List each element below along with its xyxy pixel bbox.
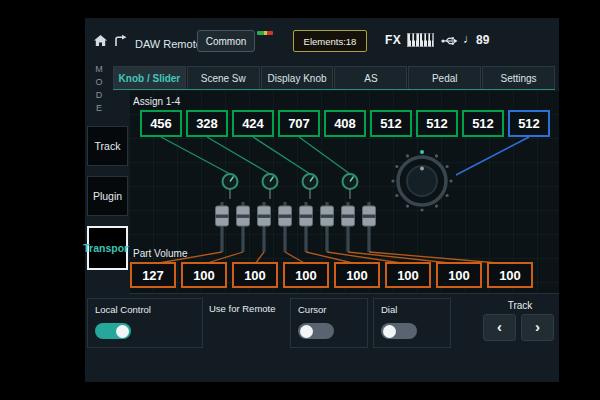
assign-value-box[interactable]: 424 xyxy=(232,110,274,137)
tab-scene-sw[interactable]: Scene Sw xyxy=(187,66,260,89)
toggle-knob xyxy=(116,325,129,338)
part-volume-box[interactable]: 100 xyxy=(436,262,482,288)
part-volume-box[interactable]: 100 xyxy=(385,262,431,288)
usb-icon xyxy=(441,35,458,47)
tempo-value: 89 xyxy=(476,33,489,47)
part-volume-box[interactable]: 100 xyxy=(487,262,533,288)
assign-value-box[interactable]: 512 xyxy=(370,110,412,137)
keyboard-icon xyxy=(407,33,434,47)
track-nav: ‹ › xyxy=(483,314,554,341)
track-nav-label: Track xyxy=(489,300,551,311)
elements-badge[interactable]: Elements:18 xyxy=(293,30,367,52)
dial-toggle[interactable] xyxy=(381,323,417,339)
assign-value-box[interactable]: 328 xyxy=(186,110,228,137)
assign-section-label: Assign 1-4 xyxy=(133,96,180,107)
tab-bar: Knob / Slider Scene Sw Display Knob AS P… xyxy=(113,66,555,90)
tab-display-knob[interactable]: Display Knob xyxy=(261,66,334,89)
cursor-label: Cursor xyxy=(298,304,360,315)
assign-value-box[interactable]: 512 xyxy=(416,110,458,137)
track-next-button[interactable]: › xyxy=(521,314,554,341)
tab-settings[interactable]: Settings xyxy=(482,66,555,89)
tab-knob-slider[interactable]: Knob / Slider xyxy=(113,66,186,89)
part-volume-row: 127 100 100 100 100 100 100 100 xyxy=(130,262,533,288)
assign-value-box[interactable]: 707 xyxy=(278,110,320,137)
mode-label: MODE xyxy=(94,64,104,116)
part-volume-label: Part Volume xyxy=(133,248,187,259)
home-icon[interactable] xyxy=(93,34,108,47)
toggle-knob xyxy=(300,325,313,338)
daw-remote-screen: DAW Remote Common Elements:18 FX xyxy=(85,18,559,382)
fx-icon: FX xyxy=(385,33,401,47)
sidebar-item-track[interactable]: Track xyxy=(87,126,128,166)
local-control-cell: Local Control xyxy=(87,298,203,348)
part-volume-box[interactable]: 100 xyxy=(334,262,380,288)
use-for-remote-label: Use for Remote xyxy=(209,303,276,314)
exit-up-icon[interactable] xyxy=(113,34,128,47)
track-prev-button[interactable]: ‹ xyxy=(483,314,516,341)
cursor-toggle[interactable] xyxy=(298,323,334,339)
sidebar-item-transport[interactable]: Transport xyxy=(87,226,128,270)
assign-value-box[interactable]: 512 xyxy=(462,110,504,137)
toggle-knob xyxy=(383,325,396,338)
tab-pedal[interactable]: Pedal xyxy=(408,66,481,89)
assign-value-box[interactable]: 408 xyxy=(324,110,366,137)
tab-as[interactable]: AS xyxy=(334,66,407,89)
dial-cell: Dial xyxy=(373,298,451,348)
daw-remote-app: DAW Remote Common Elements:18 FX xyxy=(0,0,600,400)
part-volume-box[interactable]: 127 xyxy=(130,262,176,288)
part-volume-box[interactable]: 100 xyxy=(283,262,329,288)
sidebar-item-plugin[interactable]: Plugin xyxy=(87,176,128,216)
common-button[interactable]: Common xyxy=(197,30,255,52)
page-title: DAW Remote xyxy=(135,38,202,50)
quarter-note-icon: ♩ xyxy=(463,31,476,46)
local-control-toggle[interactable] xyxy=(95,323,131,339)
cursor-cell: Cursor xyxy=(290,298,368,348)
assign-value-box-selected[interactable]: 512 xyxy=(508,110,550,137)
assign-value-row: 456 328 424 707 408 512 512 512 512 xyxy=(140,110,550,137)
dial-label: Dial xyxy=(381,304,443,315)
level-meter xyxy=(257,31,273,35)
local-control-label: Local Control xyxy=(95,304,195,315)
assign-value-box[interactable]: 456 xyxy=(140,110,182,137)
part-volume-box[interactable]: 100 xyxy=(232,262,278,288)
part-volume-box[interactable]: 100 xyxy=(181,262,227,288)
